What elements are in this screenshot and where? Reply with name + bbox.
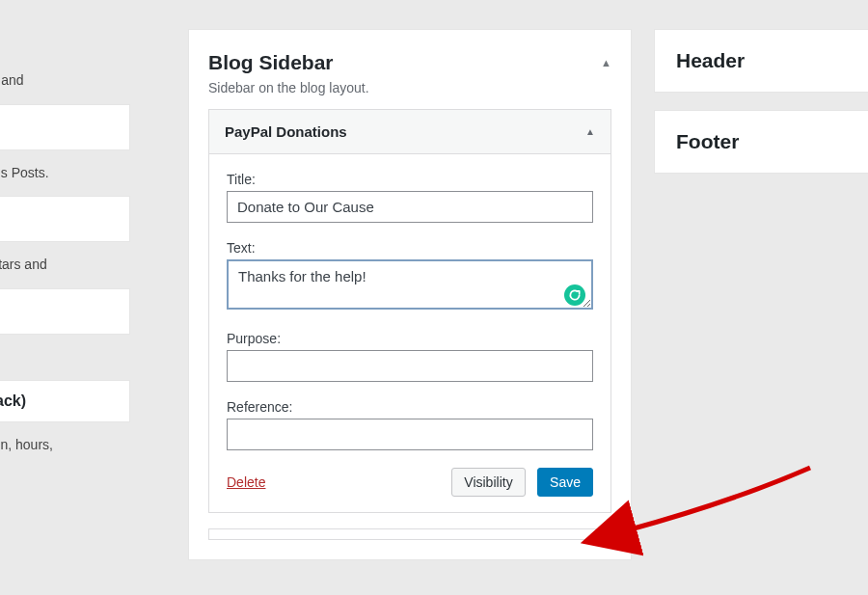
widget-actions: Delete Visibility Save xyxy=(227,468,593,497)
widget-area-header[interactable]: Header xyxy=(654,29,868,93)
visibility-button[interactable]: Visibility xyxy=(451,468,525,497)
widget-available-item[interactable] xyxy=(0,104,130,150)
purpose-input[interactable] xyxy=(227,350,593,382)
widget-header[interactable]: PayPal Donations ▲ xyxy=(209,110,610,154)
reference-input[interactable] xyxy=(227,419,593,450)
left-snippet: vidget and xyxy=(0,68,130,104)
widgets-available-list: vidget and ur site's Posts. th avatars a… xyxy=(0,68,130,469)
left-snippet: th avatars and xyxy=(0,252,130,288)
text-textarea[interactable] xyxy=(227,259,593,310)
widget-available-item[interactable]: etpack) xyxy=(0,380,130,422)
widget-area-title-row[interactable]: Blog Sidebar ▲ xyxy=(208,30,611,80)
widget-area-panel: Blog Sidebar ▲ Sidebar on the blog layou… xyxy=(188,29,632,560)
widget-area-title: Blog Sidebar xyxy=(208,51,334,74)
left-snippet: Posts. xyxy=(0,344,130,381)
collapse-icon: ▲ xyxy=(601,57,611,68)
left-snippet: location, hours, xyxy=(0,432,130,469)
field-reference: Reference: xyxy=(227,399,593,450)
field-text: Text: xyxy=(227,240,593,313)
save-button[interactable]: Save xyxy=(537,468,593,497)
right-widget-areas: Header Footer xyxy=(654,29,868,191)
chevron-up-icon: ▲ xyxy=(585,126,595,137)
widget-paypal-donations: PayPal Donations ▲ Title: Text: Purpose: xyxy=(208,109,611,513)
widget-available-item[interactable] xyxy=(0,288,130,335)
text-label: Text: xyxy=(227,240,593,256)
field-purpose: Purpose: xyxy=(227,331,593,382)
widget-body: Title: Text: Purpose: Reference: xyxy=(209,154,610,512)
grammarly-icon[interactable] xyxy=(564,284,585,306)
widget-header-title: PayPal Donations xyxy=(225,123,347,140)
title-label: Title: xyxy=(227,172,593,187)
widget-area-description: Sidebar on the blog layout. xyxy=(208,80,611,109)
reference-label: Reference: xyxy=(227,399,593,415)
field-title: Title: xyxy=(227,172,593,223)
left-snippet: ur site's Posts. xyxy=(0,160,130,197)
delete-link[interactable]: Delete xyxy=(227,474,265,490)
title-input[interactable] xyxy=(227,191,593,223)
widget-available-item[interactable] xyxy=(0,196,130,242)
widget-area-footer[interactable]: Footer xyxy=(654,110,868,174)
purpose-label: Purpose: xyxy=(227,331,593,346)
widget-placeholder[interactable] xyxy=(208,528,611,540)
